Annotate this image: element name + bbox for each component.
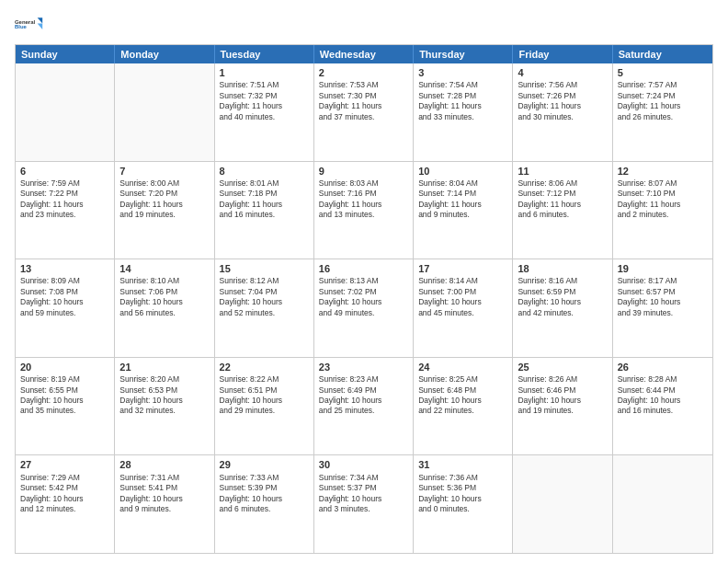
calendar: SundayMondayTuesdayWednesdayThursdayFrid… [15,44,713,554]
day-number: 21 [119,361,209,373]
calendar-cell: 20Sunrise: 8:19 AM Sunset: 6:55 PM Dayli… [16,358,115,455]
weekday-header: Thursday [414,45,513,63]
cell-info: Sunrise: 8:23 AM Sunset: 6:49 PM Dayligh… [319,374,408,417]
cell-info: Sunrise: 8:13 AM Sunset: 7:02 PM Dayligh… [319,276,408,318]
day-number: 30 [319,458,408,471]
page-header: GeneralBlue [15,11,713,37]
day-number: 20 [20,361,109,373]
weekday-header: Wednesday [314,45,414,63]
day-number: 18 [518,262,607,275]
calendar-cell: 22Sunrise: 8:22 AM Sunset: 6:51 PM Dayli… [215,358,314,455]
calendar-cell: 17Sunrise: 8:14 AM Sunset: 7:00 PM Dayli… [414,259,513,357]
day-number: 3 [418,66,507,79]
calendar-cell [16,63,115,161]
svg-marker-3 [38,24,42,29]
cell-info: Sunrise: 8:17 AM Sunset: 6:57 PM Dayligh… [618,276,708,318]
day-number: 17 [418,262,507,275]
cell-info: Sunrise: 8:04 AM Sunset: 7:14 PM Dayligh… [418,178,507,221]
calendar-cell: 6Sunrise: 7:59 AM Sunset: 7:22 PM Daylig… [16,162,115,259]
day-number: 16 [319,262,408,275]
day-number: 29 [220,458,309,471]
day-number: 4 [518,66,607,79]
calendar-cell: 12Sunrise: 8:07 AM Sunset: 7:10 PM Dayli… [613,162,712,259]
calendar-cell: 3Sunrise: 7:54 AM Sunset: 7:28 PM Daylig… [414,63,513,161]
cell-info: Sunrise: 8:26 AM Sunset: 6:46 PM Dayligh… [518,374,607,417]
logo: GeneralBlue [15,11,44,37]
cell-info: Sunrise: 8:22 AM Sunset: 6:51 PM Dayligh… [220,374,309,417]
calendar-cell: 30Sunrise: 7:34 AM Sunset: 5:37 PM Dayli… [314,455,414,553]
cell-info: Sunrise: 7:59 AM Sunset: 7:22 PM Dayligh… [20,178,109,221]
calendar-cell [115,63,214,161]
cell-info: Sunrise: 8:00 AM Sunset: 7:20 PM Dayligh… [119,178,209,221]
weekday-header: Tuesday [215,45,314,63]
calendar-cell: 11Sunrise: 8:06 AM Sunset: 7:12 PM Dayli… [513,162,612,259]
weekday-header: Sunday [16,45,115,63]
calendar-cell: 23Sunrise: 8:23 AM Sunset: 6:49 PM Dayli… [314,358,414,455]
calendar-cell: 21Sunrise: 8:20 AM Sunset: 6:53 PM Dayli… [115,358,214,455]
day-number: 25 [518,361,607,373]
svg-text:General: General [15,19,35,25]
day-number: 9 [319,165,408,178]
cell-info: Sunrise: 8:07 AM Sunset: 7:10 PM Dayligh… [618,178,708,221]
calendar-cell [613,455,712,553]
calendar-header: SundayMondayTuesdayWednesdayThursdayFrid… [16,45,712,63]
calendar-cell: 26Sunrise: 8:28 AM Sunset: 6:44 PM Dayli… [613,358,712,455]
calendar-cell: 7Sunrise: 8:00 AM Sunset: 7:20 PM Daylig… [115,162,214,259]
calendar-cell [513,455,612,553]
day-number: 23 [319,361,408,373]
cell-info: Sunrise: 8:19 AM Sunset: 6:55 PM Dayligh… [20,374,109,417]
day-number: 24 [418,361,507,373]
cell-info: Sunrise: 8:12 AM Sunset: 7:04 PM Dayligh… [220,276,309,318]
calendar-cell: 24Sunrise: 8:25 AM Sunset: 6:48 PM Dayli… [414,358,513,455]
calendar-row: 13Sunrise: 8:09 AM Sunset: 7:08 PM Dayli… [16,259,712,357]
weekday-header: Saturday [613,45,712,63]
day-number: 11 [518,165,607,178]
day-number: 19 [618,262,708,275]
weekday-header: Friday [513,45,612,63]
day-number: 27 [20,458,109,471]
day-number: 13 [20,262,109,275]
svg-text:Blue: Blue [15,24,28,29]
svg-marker-2 [38,17,42,23]
calendar-cell: 13Sunrise: 8:09 AM Sunset: 7:08 PM Dayli… [16,259,115,357]
cell-info: Sunrise: 8:14 AM Sunset: 7:00 PM Dayligh… [418,276,507,318]
calendar-row: 6Sunrise: 7:59 AM Sunset: 7:22 PM Daylig… [16,161,712,259]
day-number: 22 [220,361,309,373]
logo-icon: GeneralBlue [15,11,44,37]
day-number: 28 [119,458,209,471]
day-number: 2 [319,66,408,79]
calendar-cell: 9Sunrise: 8:03 AM Sunset: 7:16 PM Daylig… [314,162,414,259]
cell-info: Sunrise: 8:10 AM Sunset: 7:06 PM Dayligh… [119,276,209,318]
cell-info: Sunrise: 8:09 AM Sunset: 7:08 PM Dayligh… [20,276,109,318]
calendar-cell: 31Sunrise: 7:36 AM Sunset: 5:36 PM Dayli… [414,455,513,553]
calendar-cell: 15Sunrise: 8:12 AM Sunset: 7:04 PM Dayli… [215,259,314,357]
cell-info: Sunrise: 7:56 AM Sunset: 7:26 PM Dayligh… [518,80,607,122]
calendar-cell: 10Sunrise: 8:04 AM Sunset: 7:14 PM Dayli… [414,162,513,259]
day-number: 14 [119,262,209,275]
day-number: 5 [618,66,708,79]
cell-info: Sunrise: 7:57 AM Sunset: 7:24 PM Dayligh… [618,80,708,122]
cell-info: Sunrise: 7:51 AM Sunset: 7:32 PM Dayligh… [220,80,309,122]
day-number: 1 [220,66,309,79]
calendar-cell: 2Sunrise: 7:53 AM Sunset: 7:30 PM Daylig… [314,63,414,161]
cell-info: Sunrise: 8:20 AM Sunset: 6:53 PM Dayligh… [119,374,209,417]
cell-info: Sunrise: 7:31 AM Sunset: 5:41 PM Dayligh… [119,473,209,515]
cell-info: Sunrise: 8:16 AM Sunset: 6:59 PM Dayligh… [518,276,607,318]
calendar-cell: 18Sunrise: 8:16 AM Sunset: 6:59 PM Dayli… [513,259,612,357]
calendar-cell: 1Sunrise: 7:51 AM Sunset: 7:32 PM Daylig… [215,63,314,161]
calendar-cell: 19Sunrise: 8:17 AM Sunset: 6:57 PM Dayli… [613,259,712,357]
calendar-cell: 5Sunrise: 7:57 AM Sunset: 7:24 PM Daylig… [613,63,712,161]
weekday-header: Monday [115,45,214,63]
cell-info: Sunrise: 8:06 AM Sunset: 7:12 PM Dayligh… [518,178,607,221]
cell-info: Sunrise: 7:54 AM Sunset: 7:28 PM Dayligh… [418,80,507,122]
calendar-row: 27Sunrise: 7:29 AM Sunset: 5:42 PM Dayli… [16,454,712,553]
calendar-cell: 25Sunrise: 8:26 AM Sunset: 6:46 PM Dayli… [513,358,612,455]
day-number: 26 [618,361,708,373]
calendar-row: 1Sunrise: 7:51 AM Sunset: 7:32 PM Daylig… [16,63,712,161]
calendar-cell: 14Sunrise: 8:10 AM Sunset: 7:06 PM Dayli… [115,259,214,357]
calendar-cell: 27Sunrise: 7:29 AM Sunset: 5:42 PM Dayli… [16,455,115,553]
calendar-body: 1Sunrise: 7:51 AM Sunset: 7:32 PM Daylig… [16,63,712,553]
cell-info: Sunrise: 7:29 AM Sunset: 5:42 PM Dayligh… [20,473,109,515]
calendar-cell: 28Sunrise: 7:31 AM Sunset: 5:41 PM Dayli… [115,455,214,553]
calendar-cell: 29Sunrise: 7:33 AM Sunset: 5:39 PM Dayli… [215,455,314,553]
